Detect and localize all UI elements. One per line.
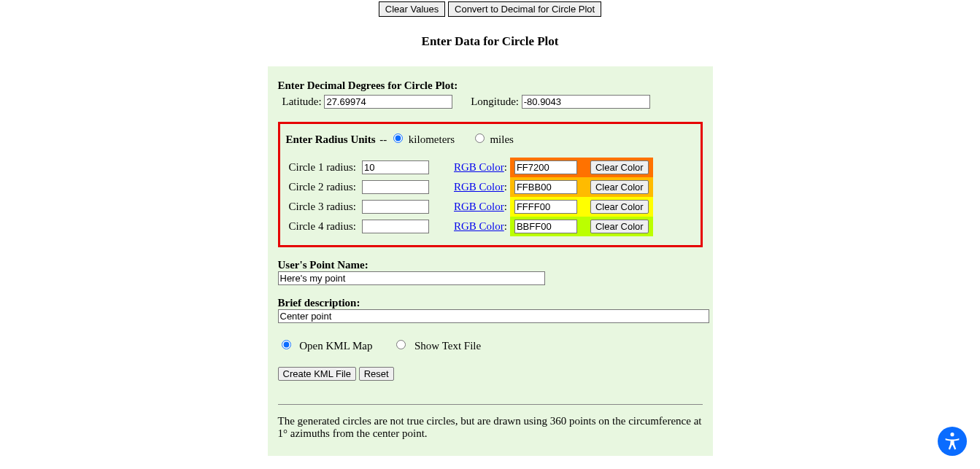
latitude-input[interactable] (324, 95, 452, 109)
color-swatch-4: Clear Color (510, 217, 653, 236)
kilometers-label: kilometers (409, 133, 455, 145)
radius-section: Enter Radius Units -- kilometers miles C… (278, 122, 703, 247)
rgb-color-link[interactable]: RGB Color (454, 161, 504, 173)
miles-radio[interactable] (475, 133, 485, 143)
coords-section-label: Enter Decimal Degrees for Circle Plot: (278, 80, 703, 92)
color-swatch-1: Clear Color (510, 158, 653, 177)
description-input[interactable] (278, 309, 709, 323)
clear-color-3-button[interactable]: Clear Color (590, 200, 649, 214)
latitude-label: Latitude: (282, 96, 322, 107)
show-text-radio[interactable] (396, 340, 406, 349)
open-kml-label: Open KML Map (299, 340, 372, 352)
clear-color-1-button[interactable]: Clear Color (590, 160, 649, 174)
rgb-color-link[interactable]: RGB Color (454, 220, 504, 232)
description-label: Brief description: (278, 297, 703, 309)
longitude-label: Longitude: (471, 96, 519, 107)
rgb-color-link[interactable]: RGB Color (454, 181, 504, 193)
open-kml-radio[interactable] (282, 340, 291, 349)
accessibility-icon[interactable] (938, 427, 967, 456)
kilometers-radio[interactable] (393, 133, 403, 143)
table-row: Circle 1 radius: RGB Color: Clear Color (286, 158, 653, 177)
reset-button[interactable]: Reset (359, 367, 394, 381)
point-name-label: User's Point Name: (278, 259, 703, 271)
clear-color-2-button[interactable]: Clear Color (590, 180, 649, 194)
circle-radius-label: Circle 1 radius: (286, 158, 359, 177)
svg-point-0 (950, 433, 954, 436)
rgb-color-link[interactable]: RGB Color (454, 201, 504, 212)
circle-radius-label: Circle 2 radius: (286, 177, 359, 197)
circle-2-color-input[interactable] (514, 180, 577, 194)
circle-3-radius-input[interactable] (362, 200, 429, 214)
miles-label: miles (490, 133, 514, 145)
table-row: Circle 3 radius: RGB Color: Clear Color (286, 197, 653, 217)
radius-units-label: Enter Radius Units (286, 133, 376, 145)
table-row: Circle 4 radius: RGB Color: Clear Color (286, 217, 653, 236)
convert-decimal-button[interactable]: Convert to Decimal for Circle Plot (448, 1, 601, 17)
circle-radius-label: Circle 3 radius: (286, 197, 359, 217)
table-row: Circle 2 radius: RGB Color: Clear Color (286, 177, 653, 197)
point-name-input[interactable] (278, 271, 545, 285)
generated-circles-note: The generated circles are not true circl… (278, 415, 703, 440)
circles-table: Circle 1 radius: RGB Color: Clear Color … (286, 158, 653, 236)
circle-4-color-input[interactable] (514, 220, 577, 233)
circle-4-radius-input[interactable] (362, 220, 429, 233)
units-dash: -- (377, 133, 390, 145)
color-swatch-2: Clear Color (510, 177, 653, 197)
clear-values-button[interactable]: Clear Values (379, 1, 445, 17)
longitude-input[interactable] (522, 95, 650, 109)
show-text-label: Show Text File (414, 340, 481, 352)
circle-3-color-input[interactable] (514, 200, 577, 214)
circle-2-radius-input[interactable] (362, 180, 429, 194)
circle-1-radius-input[interactable] (362, 160, 429, 174)
page-heading: Enter Data for Circle Plot (0, 34, 980, 49)
divider (278, 404, 703, 405)
color-swatch-3: Clear Color (510, 197, 653, 217)
circle-1-color-input[interactable] (514, 160, 577, 174)
clear-color-4-button[interactable]: Clear Color (590, 220, 649, 233)
circle-plot-form: Enter Decimal Degrees for Circle Plot: L… (268, 66, 713, 456)
create-kml-button[interactable]: Create KML File (278, 367, 356, 381)
circle-radius-label: Circle 4 radius: (286, 217, 359, 236)
